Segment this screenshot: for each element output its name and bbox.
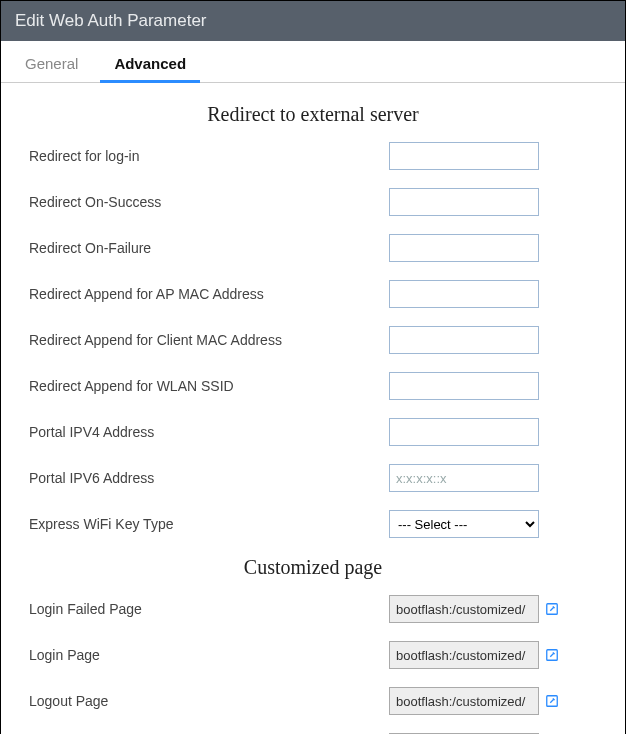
- input-portal-ipv4[interactable]: [389, 418, 539, 446]
- webauth-parameter-dialog: Edit Web Auth Parameter General Advanced…: [0, 0, 626, 734]
- row-wifi-key: Express WiFi Key Type --- Select ---: [29, 510, 597, 538]
- row-redirect-success: Redirect On-Success: [29, 188, 597, 216]
- row-portal-ipv4: Portal IPV4 Address: [29, 418, 597, 446]
- label-redirect-success: Redirect On-Success: [29, 194, 389, 210]
- row-portal-ipv6: Portal IPV6 Address: [29, 464, 597, 492]
- content-area: Redirect to external server Redirect for…: [1, 83, 625, 734]
- label-login-page: Login Page: [29, 647, 389, 663]
- input-redirect-login[interactable]: [389, 142, 539, 170]
- tab-advanced[interactable]: Advanced: [96, 41, 204, 82]
- label-logout-page: Logout Page: [29, 693, 389, 709]
- section-redirect-title: Redirect to external server: [29, 103, 597, 126]
- input-login-page[interactable]: [389, 641, 539, 669]
- edit-icon[interactable]: [545, 648, 559, 662]
- section-customized-title: Customized page: [29, 556, 597, 579]
- tab-general[interactable]: General: [7, 41, 96, 82]
- edit-icon[interactable]: [545, 602, 559, 616]
- label-login-failed-page: Login Failed Page: [29, 601, 389, 617]
- input-portal-ipv6[interactable]: [389, 464, 539, 492]
- label-wifi-key: Express WiFi Key Type: [29, 516, 389, 532]
- label-redirect-ssid: Redirect Append for WLAN SSID: [29, 378, 389, 394]
- tab-bar: General Advanced: [1, 41, 625, 83]
- input-redirect-ap-mac[interactable]: [389, 280, 539, 308]
- input-logout-page[interactable]: [389, 687, 539, 715]
- dialog-title: Edit Web Auth Parameter: [1, 1, 625, 41]
- label-redirect-login: Redirect for log-in: [29, 148, 389, 164]
- edit-icon[interactable]: [545, 694, 559, 708]
- row-logout-page: Logout Page: [29, 687, 597, 715]
- label-redirect-failure: Redirect On-Failure: [29, 240, 389, 256]
- input-redirect-success[interactable]: [389, 188, 539, 216]
- row-login-failed-page: Login Failed Page: [29, 595, 597, 623]
- label-redirect-ap-mac: Redirect Append for AP MAC Address: [29, 286, 389, 302]
- row-redirect-login: Redirect for log-in: [29, 142, 597, 170]
- row-login-page: Login Page: [29, 641, 597, 669]
- row-redirect-ap-mac: Redirect Append for AP MAC Address: [29, 280, 597, 308]
- row-redirect-client-mac: Redirect Append for Client MAC Address: [29, 326, 597, 354]
- label-redirect-client-mac: Redirect Append for Client MAC Address: [29, 332, 389, 348]
- select-wifi-key[interactable]: --- Select ---: [389, 510, 539, 538]
- input-login-failed-page[interactable]: [389, 595, 539, 623]
- row-redirect-ssid: Redirect Append for WLAN SSID: [29, 372, 597, 400]
- input-redirect-failure[interactable]: [389, 234, 539, 262]
- input-redirect-ssid[interactable]: [389, 372, 539, 400]
- row-redirect-failure: Redirect On-Failure: [29, 234, 597, 262]
- input-redirect-client-mac[interactable]: [389, 326, 539, 354]
- label-portal-ipv6: Portal IPV6 Address: [29, 470, 389, 486]
- label-portal-ipv4: Portal IPV4 Address: [29, 424, 389, 440]
